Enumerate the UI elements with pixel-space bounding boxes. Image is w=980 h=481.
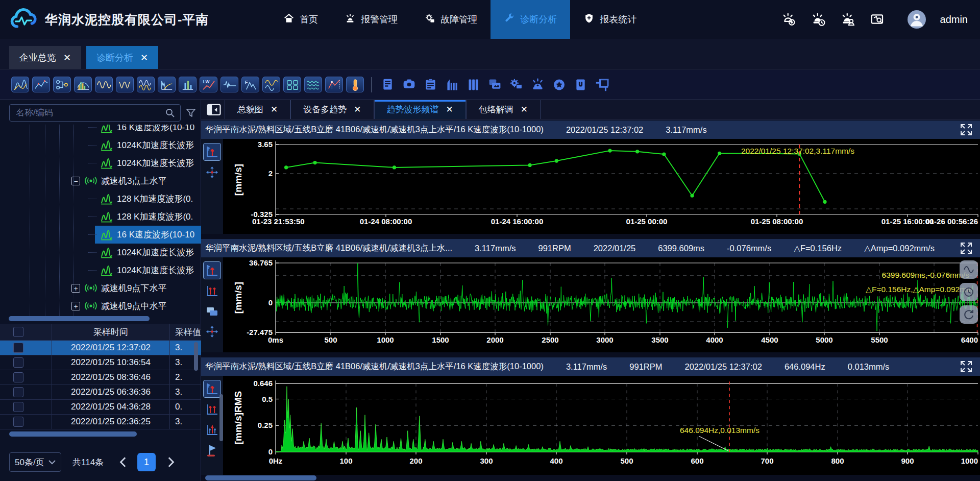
- pan-tool[interactable]: [203, 323, 221, 341]
- row-checkbox[interactable]: [13, 387, 23, 397]
- nav-item-诊断分析[interactable]: 诊断分析: [491, 0, 570, 39]
- tree-item-1024K加速度长波形[interactable]: 1024K加速度长波形: [0, 136, 201, 154]
- nav-item-报表统计[interactable]: 报表统计: [570, 0, 650, 39]
- inner-tab-包络解调[interactable]: 包络解调✕: [466, 100, 541, 119]
- select-all-checkbox[interactable]: [13, 327, 23, 337]
- expand-node-icon[interactable]: +: [71, 302, 80, 310]
- harmonic-tool[interactable]: [203, 282, 221, 300]
- pan-tool[interactable]: [203, 163, 221, 181]
- close-icon[interactable]: ✕: [140, 52, 148, 63]
- close-icon[interactable]: ✕: [446, 104, 453, 115]
- route-map-icon[interactable]: [53, 77, 71, 92]
- tree-item-1024K加速度长波形[interactable]: 1024K加速度长波形: [0, 244, 201, 261]
- note-pad-icon[interactable]: [422, 77, 439, 92]
- table-row[interactable]: 2022/01/25 12:37:023.: [0, 341, 201, 355]
- thermometer-icon[interactable]: [346, 77, 364, 92]
- table-row[interactable]: 2022/01/25 10:36:543.: [0, 355, 201, 370]
- main-hscroll-thumb[interactable]: [205, 475, 316, 480]
- cursor-tool[interactable]: [203, 380, 221, 398]
- lw-trend-icon[interactable]: LW: [200, 77, 217, 92]
- inner-tab-总貌图[interactable]: 总貌图✕: [225, 100, 290, 119]
- fullscreen-icon[interactable]: [960, 123, 973, 136]
- search-icon[interactable]: [165, 108, 175, 118]
- close-icon[interactable]: ✕: [271, 104, 278, 115]
- card-search-icon[interactable]: [870, 12, 885, 27]
- tree-hscroll-thumb[interactable]: [9, 316, 150, 321]
- tree-item-减速机3点上水平[interactable]: −减速机3点上水平: [0, 172, 201, 190]
- overview-chart-icon[interactable]: [11, 77, 29, 92]
- camera-icon[interactable]: [400, 77, 418, 92]
- prev-page-button[interactable]: [117, 455, 130, 469]
- page-size-select[interactable]: 50条/页: [9, 452, 61, 472]
- alarm-clock-icon[interactable]: [811, 12, 826, 27]
- comb-filter-icon[interactable]: [443, 77, 460, 92]
- marker-chart-icon[interactable]: [325, 77, 343, 92]
- multi-waveform-icon[interactable]: [137, 77, 155, 92]
- star-badge-icon[interactable]: [550, 77, 568, 92]
- row-checkbox[interactable]: [13, 357, 23, 368]
- close-icon[interactable]: ✕: [521, 104, 528, 115]
- waveform-chart-plot[interactable]: 36.7650-27.475[mm/s]0ms50010001500200025…: [201, 257, 980, 352]
- search-input[interactable]: [10, 108, 165, 118]
- report-doc-icon[interactable]: [379, 77, 396, 92]
- tree-item-16 K速度波形(10-10[interactable]: 16 K速度波形(10-10: [0, 226, 201, 244]
- crop-tool-icon[interactable]: [593, 77, 610, 92]
- tree-item-1024K加速度长波形[interactable]: 1024K加速度长波形: [0, 261, 201, 279]
- table-hscroll-thumb[interactable]: [9, 431, 137, 437]
- nav-item-报警管理[interactable]: 报警管理: [331, 0, 411, 39]
- tool-strip-scrollbar[interactable]: [219, 394, 223, 441]
- magnet-clip-icon[interactable]: [572, 77, 589, 92]
- table-vscroll-thumb[interactable]: [194, 342, 198, 371]
- nav-item-首页[interactable]: 首页: [270, 0, 331, 39]
- tree-item-减速机9点下水平[interactable]: +减速机9点下水平: [0, 279, 201, 297]
- row-checkbox[interactable]: [13, 402, 23, 412]
- band-wave-icon[interactable]: [116, 77, 134, 92]
- inner-tab-趋势波形频谱[interactable]: 趋势波形频谱✕: [374, 100, 466, 119]
- harmonic-tool[interactable]: [203, 400, 221, 418]
- fullscreen-icon[interactable]: [960, 360, 973, 373]
- tree-item-减速机9点中水平[interactable]: +减速机9点中水平: [0, 297, 201, 315]
- collapse-node-icon[interactable]: −: [71, 177, 80, 185]
- expand-node-icon[interactable]: +: [71, 284, 80, 293]
- inner-tab-设备多趋势[interactable]: 设备多趋势✕: [290, 100, 374, 119]
- tree-item-128 K加速度波形(0.[interactable]: 128 K加速度波形(0.: [0, 208, 201, 226]
- avatar[interactable]: [908, 10, 926, 29]
- time-waveform-icon[interactable]: [220, 77, 238, 92]
- refresh-button[interactable]: [960, 305, 978, 324]
- layers-tool[interactable]: [203, 302, 221, 320]
- row-checkbox[interactable]: [13, 417, 23, 427]
- row-checkbox[interactable]: [13, 343, 23, 353]
- bar-stats-icon[interactable]: [179, 77, 197, 92]
- envelope-wave-icon[interactable]: [262, 77, 280, 92]
- alarm-siren-icon[interactable]: [529, 77, 546, 92]
- page-number-button[interactable]: 1: [137, 453, 156, 471]
- sideband-tool[interactable]: [203, 421, 221, 439]
- image-stack-icon[interactable]: [486, 77, 503, 92]
- history-button[interactable]: [960, 283, 978, 301]
- tree-item-128 K加速度波形(0.[interactable]: 128 K加速度波形(0.: [0, 190, 201, 208]
- table-row[interactable]: 2022/01/25 08:36:462.: [0, 370, 201, 385]
- nav-item-故障管理[interactable]: 故障管理: [411, 0, 491, 39]
- trend-chart-plot[interactable]: 3.652-0.325[mm/s]01-23 21:53:5001-24 08:…: [201, 139, 980, 234]
- tree-item-1024K加速度长波形[interactable]: 1024K加速度长波形: [0, 154, 201, 172]
- fullscreen-icon[interactable]: [960, 242, 973, 255]
- alarm-add-icon[interactable]: [781, 12, 796, 27]
- quad-view-icon[interactable]: [283, 77, 301, 92]
- cursor-tool[interactable]: [203, 261, 221, 279]
- table-row[interactable]: 2022/01/25 02:36:253.: [0, 415, 201, 429]
- window-tab-企业总览[interactable]: 企业总览✕: [9, 46, 81, 69]
- close-icon[interactable]: ✕: [354, 104, 361, 115]
- gear-config-icon[interactable]: [507, 77, 525, 92]
- histogram-icon[interactable]: [74, 77, 92, 92]
- fa-spectrum-icon[interactable]: F: [241, 77, 259, 92]
- collapse-sidebar-button[interactable]: [206, 100, 222, 119]
- cursor-tool[interactable]: [203, 143, 221, 161]
- window-tab-诊断分析[interactable]: 诊断分析✕: [86, 46, 158, 69]
- spectrum-chart-plot[interactable]: 0.6460.50.250[mm/s]RMS0Hz100200300400500…: [201, 376, 980, 475]
- close-icon[interactable]: ✕: [63, 52, 71, 63]
- trend-chart-icon[interactable]: [32, 77, 50, 92]
- spectrum-peak-icon[interactable]: [158, 77, 176, 92]
- tree-item-16 K速度波形(10-10[interactable]: 16 K速度波形(10-10: [0, 125, 201, 136]
- table-row[interactable]: 2022/01/25 06:36:363.: [0, 385, 201, 400]
- waveform-icon[interactable]: [95, 77, 113, 92]
